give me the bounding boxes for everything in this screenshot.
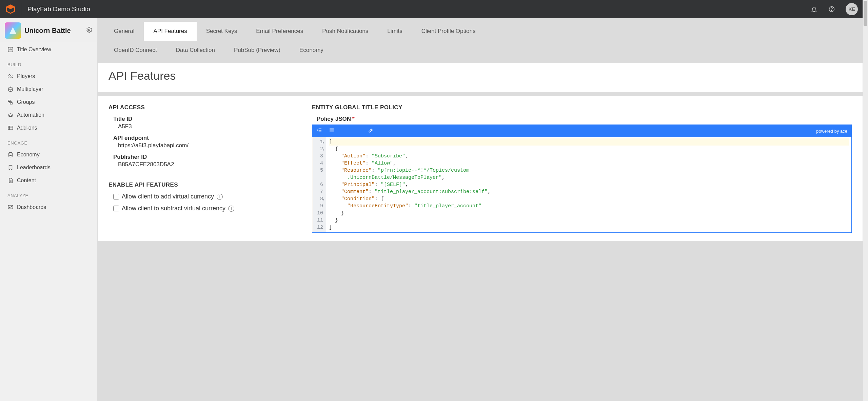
dashboard-icon [7, 204, 17, 210]
sidebar-item-addons[interactable]: Add-ons [0, 121, 97, 134]
checkbox-label: Allow client to add virtual currency [122, 193, 214, 200]
svg-point-7 [11, 75, 12, 76]
tab-client-profile-options[interactable]: Client Profile Options [412, 22, 485, 41]
enable-api-heading: ENABLE API FEATURES [108, 182, 298, 188]
tab-email-preferences[interactable]: Email Preferences [246, 22, 313, 41]
tab-limits[interactable]: Limits [378, 22, 412, 41]
sidebar-item-label: Add-ons [17, 125, 37, 131]
gear-icon[interactable] [86, 26, 93, 35]
policy-json-editor[interactable]: powered by ace 1▾2▾345678▾9101112 [ { "A… [312, 125, 852, 233]
sidebar-item-label: Economy [17, 152, 40, 158]
tab-secret-keys[interactable]: Secret Keys [197, 22, 247, 41]
sidebar-item-label: Players [17, 73, 35, 79]
sidebar-item-multiplayer[interactable]: Multiplayer [0, 83, 97, 96]
tabs-row-2: OpenID ConnectData CollectionPubSub (Pre… [98, 41, 863, 63]
sidebar-item-label: Content [17, 177, 36, 184]
document-icon [7, 177, 17, 184]
svg-point-4 [88, 29, 90, 31]
api-access-heading: API ACCESS [108, 104, 298, 111]
chart-icon [7, 46, 17, 53]
economy-icon [7, 152, 17, 158]
feature-checkbox-1[interactable]: Allow client to subtract virtual currenc… [113, 205, 298, 212]
sidebar-item-automation[interactable]: Automation [0, 109, 97, 121]
studio-title[interactable]: PlayFab Demo Studio [27, 5, 90, 13]
sidebar: Unicorn Battle Title Overview BUILD Play… [0, 18, 98, 401]
sidebar-section-analyze: ANALYZE [0, 187, 97, 201]
outdent-icon[interactable] [316, 127, 322, 135]
project-icon [5, 22, 21, 39]
playfab-logo-icon [5, 3, 16, 15]
groups-icon [7, 99, 17, 105]
svg-rect-15 [8, 126, 13, 130]
info-icon[interactable]: i [228, 206, 234, 212]
tab-general[interactable]: General [104, 22, 144, 41]
tab-pubsub-preview-[interactable]: PubSub (Preview) [224, 41, 290, 60]
checkbox-input[interactable] [113, 206, 119, 211]
title-id-label: Title ID [113, 116, 298, 122]
sidebar-item-label: Groups [17, 99, 35, 105]
tab-economy[interactable]: Economy [290, 41, 333, 60]
bookmark-icon [7, 165, 17, 171]
publisher-id-value: B85A7CFE2803D5A2 [118, 161, 298, 168]
sidebar-section-build: BUILD [0, 56, 97, 70]
topbar: PlayFab Demo Studio KE [0, 0, 863, 18]
svg-point-3 [831, 11, 832, 11]
sidebar-item-leaderboards[interactable]: Leaderboards [0, 161, 97, 174]
tab-openid-connect[interactable]: OpenID Connect [104, 41, 166, 60]
policy-json-label: Policy JSON* [317, 116, 852, 122]
topbar-divider [22, 3, 22, 15]
editor-gutter: 1▾2▾345678▾9101112 [312, 137, 326, 232]
sidebar-item-label: Multiplayer [17, 86, 43, 92]
info-icon[interactable]: i [217, 194, 223, 200]
svg-rect-11 [10, 103, 12, 104]
scrollbar-thumb[interactable] [864, 1, 867, 26]
editor-toolbar: powered by ace [312, 125, 851, 137]
sidebar-item-label: Title Overview [17, 46, 51, 53]
api-endpoint-value: https://a5f3.playfabapi.com/ [118, 142, 298, 149]
sidebar-item-label: Dashboards [17, 204, 46, 210]
indent-icon[interactable] [329, 127, 335, 135]
sidebar-item-economy[interactable]: Economy [0, 148, 97, 161]
main-area: GeneralAPI FeaturesSecret KeysEmail Pref… [98, 18, 863, 401]
tab-push-notifications[interactable]: Push Notifications [313, 22, 378, 41]
svg-point-6 [9, 75, 11, 76]
sidebar-item-dashboards[interactable]: Dashboards [0, 201, 97, 214]
title-id-value: A5F3 [118, 123, 298, 130]
editor-code-area[interactable]: [ { "Action": "Subscribe", "Effect": "Al… [326, 137, 851, 232]
page-title: API Features [108, 69, 852, 82]
notifications-icon[interactable] [810, 5, 818, 13]
svg-rect-5 [8, 47, 13, 52]
robot-icon [7, 112, 17, 118]
powered-by-label: powered by ace [816, 129, 847, 134]
svg-marker-1 [6, 5, 15, 9]
help-icon[interactable] [828, 5, 835, 13]
project-name[interactable]: Unicorn Battle [24, 27, 71, 35]
policy-heading: ENTITY GLOBAL TITLE POLICY [312, 104, 852, 111]
addons-icon [7, 125, 17, 131]
tab-data-collection[interactable]: Data Collection [166, 41, 224, 60]
players-icon [7, 73, 17, 79]
svg-point-13 [9, 115, 10, 116]
page-banner: API Features [98, 63, 863, 92]
avatar[interactable]: KE [846, 3, 858, 15]
sidebar-item-label: Automation [17, 112, 44, 118]
project-header: Unicorn Battle [0, 18, 97, 43]
sidebar-item-content[interactable]: Content [0, 174, 97, 187]
sidebar-item-title-overview[interactable]: Title Overview [0, 43, 97, 56]
checkbox-label: Allow client to subtract virtual currenc… [122, 205, 225, 212]
feature-checkbox-0[interactable]: Allow client to add virtual currencyi [113, 193, 298, 200]
tabs-row: GeneralAPI FeaturesSecret KeysEmail Pref… [98, 18, 863, 41]
svg-point-16 [9, 152, 13, 154]
api-endpoint-label: API endpoint [113, 135, 298, 141]
svg-point-14 [11, 115, 12, 116]
wrench-icon[interactable] [368, 127, 374, 135]
sidebar-item-label: Leaderboards [17, 165, 51, 171]
sidebar-item-groups[interactable]: Groups [0, 96, 97, 109]
globe-icon [7, 86, 17, 92]
tab-api-features[interactable]: API Features [144, 22, 196, 41]
checkbox-input[interactable] [113, 194, 119, 199]
sidebar-item-players[interactable]: Players [0, 70, 97, 83]
page-scrollbar[interactable] [863, 0, 868, 401]
sidebar-section-engage: ENGAGE [0, 134, 97, 148]
content: API ACCESS Title ID A5F3 API endpoint ht… [98, 96, 863, 241]
